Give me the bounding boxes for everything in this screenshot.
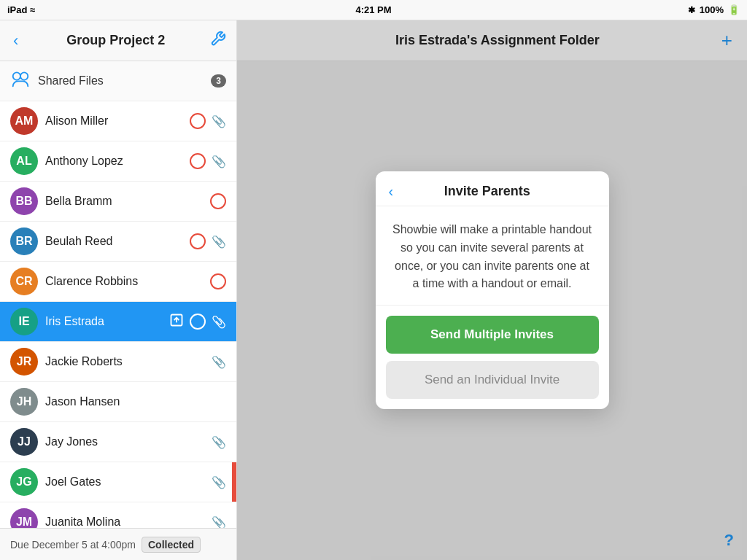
student-row[interactable]: IEIris Estrada📎 xyxy=(0,302,236,342)
student-name: Bella Bramm xyxy=(45,195,210,208)
avatar: IE xyxy=(10,308,38,335)
circle-status-icon xyxy=(190,113,206,129)
status-time: 4:21 PM xyxy=(355,4,391,15)
collected-badge: Collected xyxy=(142,537,201,553)
sidebar-tool-button[interactable] xyxy=(210,31,226,50)
shared-files-row[interactable]: Shared Files 3 xyxy=(0,61,236,101)
student-row[interactable]: BBBella Bramm xyxy=(0,182,236,222)
student-name: Jason Hansen xyxy=(45,395,226,408)
circle-status-icon xyxy=(210,193,226,209)
paperclip-icon: 📎 xyxy=(212,435,226,449)
student-actions: 📎 xyxy=(169,313,226,331)
paperclip-icon: 📎 xyxy=(212,155,226,168)
student-row[interactable]: CRClarence Robbins xyxy=(0,262,236,302)
student-name: Juanita Molina xyxy=(45,516,212,528)
modal-description: Showbie will make a printable handout so… xyxy=(392,223,592,289)
sidebar-title: Group Project 2 xyxy=(21,33,210,48)
sidebar-back-button[interactable]: ‹ xyxy=(10,28,21,53)
status-right: 100% xyxy=(688,4,740,15)
modal-body: Showbie will make a printable handout so… xyxy=(376,206,609,306)
modal-actions: Send Multiple Invites Send an Individual… xyxy=(376,306,609,409)
sidebar-footer: Due December 5 at 4:00pm Collected xyxy=(0,528,236,560)
avatar: JR xyxy=(10,348,38,376)
student-actions: 📎 xyxy=(212,516,226,529)
student-row[interactable]: JJJay Jones📎 xyxy=(0,422,236,462)
modal-back-button[interactable]: ‹ xyxy=(389,183,394,200)
student-row[interactable]: ALAnthony Lopez📎 xyxy=(0,141,236,182)
main-content: Iris Estrada's Assignment Folder + ‹ Inv… xyxy=(237,20,747,560)
avatar: JH xyxy=(10,388,38,416)
student-name: Jackie Roberts xyxy=(45,355,212,368)
circle-status-icon xyxy=(190,314,206,330)
student-actions: 📎 xyxy=(212,475,226,489)
shared-files-badge: 3 xyxy=(211,74,226,88)
student-actions: 📎 xyxy=(190,113,226,129)
battery-label: 100% xyxy=(700,4,724,15)
red-bar-indicator xyxy=(232,462,236,502)
avatar: BB xyxy=(10,187,38,215)
send-multiple-invites-button[interactable]: Send Multiple Invites xyxy=(386,316,599,354)
paperclip-icon: 📎 xyxy=(212,315,226,329)
avatar: JG xyxy=(10,468,38,496)
student-name: Joel Gates xyxy=(45,475,212,489)
shared-files-icon xyxy=(10,70,31,92)
svg-point-1 xyxy=(20,72,28,79)
sidebar-header: ‹ Group Project 2 xyxy=(0,20,236,61)
modal-overlay: ‹ Invite Parents Showbie will make a pri… xyxy=(237,20,747,560)
student-row[interactable]: JGJoel Gates📎 xyxy=(0,462,236,502)
svg-point-0 xyxy=(13,72,20,79)
student-actions: 📎 xyxy=(190,153,226,169)
student-actions: 📎 xyxy=(190,233,226,249)
avatar: AL xyxy=(10,147,38,175)
paperclip-icon: 📎 xyxy=(212,516,226,529)
shared-files-label: Shared Files xyxy=(38,74,211,88)
modal-header: ‹ Invite Parents xyxy=(376,171,609,206)
battery-icon xyxy=(728,4,740,15)
student-row[interactable]: JHJason Hansen xyxy=(0,382,236,422)
app-container: ‹ Group Project 2 Shared Files 3 AMAliso… xyxy=(0,20,747,560)
student-row[interactable]: JMJuanita Molina📎 xyxy=(0,502,236,528)
circle-status-icon xyxy=(190,153,206,169)
bluetooth-icon xyxy=(688,4,695,15)
student-row[interactable]: JRJackie Roberts📎 xyxy=(0,342,236,382)
student-name: Clarence Robbins xyxy=(45,275,210,288)
student-list: AMAlison Miller📎ALAnthony Lopez📎BBBella … xyxy=(0,101,236,528)
avatar: AM xyxy=(10,107,38,135)
avatar: JJ xyxy=(10,428,38,456)
export-icon[interactable] xyxy=(169,313,184,331)
student-name: Alison Miller xyxy=(45,114,190,128)
student-actions: 📎 xyxy=(212,435,226,449)
paperclip-icon: 📎 xyxy=(212,114,226,128)
student-name: Jay Jones xyxy=(45,435,212,448)
student-name: Iris Estrada xyxy=(45,315,169,328)
student-row[interactable]: AMAlison Miller📎 xyxy=(0,101,236,141)
avatar: BR xyxy=(10,228,38,255)
avatar: CR xyxy=(10,268,38,295)
paperclip-icon: 📎 xyxy=(212,475,226,489)
student-name: Anthony Lopez xyxy=(45,155,190,168)
student-actions xyxy=(210,193,226,209)
modal-title: Invite Parents xyxy=(399,184,595,199)
student-actions xyxy=(210,273,226,289)
student-row[interactable]: BRBeulah Reed📎 xyxy=(0,222,236,262)
send-individual-invite-button[interactable]: Send an Individual Invite xyxy=(386,361,599,399)
avatar: JM xyxy=(10,508,38,528)
circle-status-icon xyxy=(190,233,206,249)
student-actions: 📎 xyxy=(212,355,226,369)
status-bar: iPad ≈ 4:21 PM 100% xyxy=(0,0,747,20)
student-name: Beulah Reed xyxy=(45,235,190,248)
circle-status-icon xyxy=(210,273,226,289)
paperclip-icon: 📎 xyxy=(212,355,226,369)
sidebar: ‹ Group Project 2 Shared Files 3 AMAliso… xyxy=(0,20,237,560)
status-left: iPad ≈ xyxy=(7,4,35,15)
ipad-label: iPad ≈ xyxy=(7,4,35,15)
due-date-label: Due December 5 at 4:00pm xyxy=(10,539,136,551)
paperclip-icon: 📎 xyxy=(212,235,226,249)
invite-parents-modal: ‹ Invite Parents Showbie will make a pri… xyxy=(376,171,609,409)
